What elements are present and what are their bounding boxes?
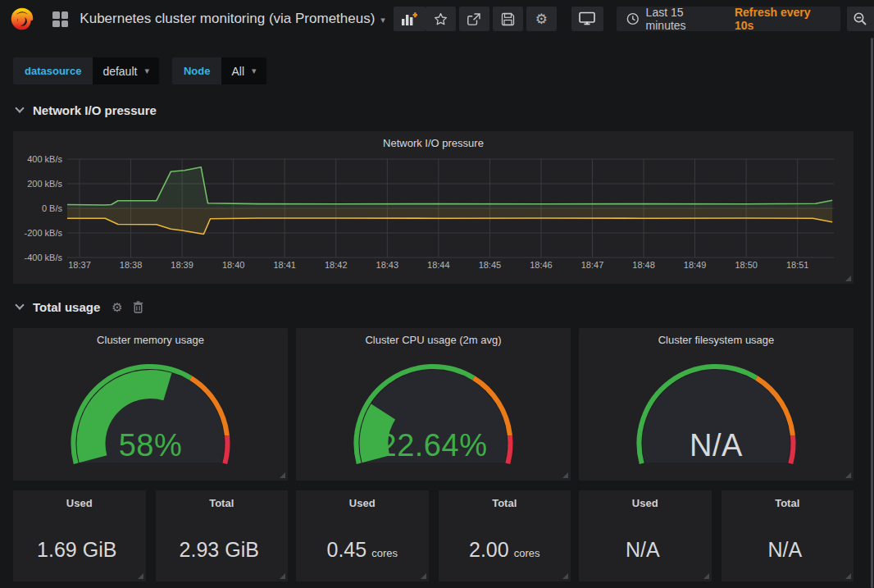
chevron-down-icon xyxy=(15,300,24,309)
panel-resize-handle[interactable] xyxy=(138,573,143,579)
stat-title[interactable]: Used xyxy=(13,490,146,509)
svg-text:200 kB/s: 200 kB/s xyxy=(27,179,62,189)
svg-text:18:50: 18:50 xyxy=(735,260,758,270)
gauge-panels-row: Cluster memory usage 58% Cluster CPU usa… xyxy=(13,328,854,481)
chevron-down-icon xyxy=(15,103,24,112)
stat-value: 2.93 GiB xyxy=(180,538,259,562)
chevron-down-icon: ▾ xyxy=(380,15,385,25)
svg-text:18:38: 18:38 xyxy=(120,260,143,270)
star-button[interactable] xyxy=(426,7,456,31)
chevron-down-icon: ▾ xyxy=(252,66,257,76)
cycle-view-button[interactable] xyxy=(571,7,603,31)
navbar-actions: ⚙ xyxy=(426,7,557,31)
dashboards-grid-icon[interactable] xyxy=(49,7,71,31)
star-icon xyxy=(434,12,448,26)
gauge-panel-cpu: Cluster CPU usage (2m avg) 22.64% xyxy=(296,328,571,481)
grafana-dashboard: Kubernetes cluster monitoring (via Prome… xyxy=(0,0,874,588)
memory-stat-group: Used 1.69 GiB Total 2.93 GiB xyxy=(13,490,288,581)
dashboard-title[interactable]: Kubernetes cluster monitoring (via Prome… xyxy=(80,11,385,27)
row-settings-gear-icon[interactable]: ⚙ xyxy=(112,301,122,313)
svg-text:18:42: 18:42 xyxy=(325,260,348,270)
gauge-value: 22.64% xyxy=(296,428,571,463)
svg-text:18:48: 18:48 xyxy=(632,260,655,270)
panel-resize-handle[interactable] xyxy=(845,472,851,478)
stat-title[interactable]: Used xyxy=(296,490,429,509)
datasource-select[interactable]: default▾ xyxy=(93,57,159,84)
svg-text:18:39: 18:39 xyxy=(171,260,193,270)
stat-panel-filesystem-total: Total N/A xyxy=(722,490,854,581)
panel-title[interactable]: Network I/O pressure xyxy=(13,131,854,149)
gear-icon: ⚙ xyxy=(535,12,548,26)
panel-resize-handle[interactable] xyxy=(845,276,851,281)
panel-title[interactable]: Cluster CPU usage (2m avg) xyxy=(296,328,571,346)
stat-title[interactable]: Total xyxy=(156,490,289,509)
stat-value: N/A xyxy=(767,538,802,562)
share-button[interactable] xyxy=(459,7,489,31)
scrollbar[interactable] xyxy=(871,38,873,588)
gauge-panel-memory: Cluster memory usage 58% xyxy=(13,328,288,481)
stat-panel-memory-total: Total 2.93 GiB xyxy=(156,490,289,581)
row-actions: ⚙ xyxy=(112,301,143,313)
stat-panel-filesystem-used: Used N/A xyxy=(579,490,712,581)
svg-text:-200 kB/s: -200 kB/s xyxy=(25,228,63,238)
svg-text:0 B/s: 0 B/s xyxy=(42,203,63,213)
panel-resize-handle[interactable] xyxy=(421,573,426,579)
panel-resize-handle[interactable] xyxy=(562,573,568,579)
save-button[interactable] xyxy=(493,7,523,31)
row-header-network-io[interactable]: Network I/O pressure xyxy=(16,103,861,117)
variable-datasource: datasource default▾ xyxy=(13,57,159,84)
network-io-line-chart: 18:3718:3818:3918:4018:4118:4218:4318:44… xyxy=(13,131,854,284)
node-label: Node xyxy=(172,57,222,84)
svg-text:-400 kB/s: -400 kB/s xyxy=(25,253,63,262)
stat-panels-row: Used 1.69 GiB Total 2.93 GiB Used 0.45co… xyxy=(13,490,854,581)
panel-title[interactable]: Cluster filesystem usage xyxy=(579,328,854,346)
row-header-total-usage[interactable]: Total usage ⚙ xyxy=(16,299,861,314)
filesystem-stat-group: Used N/A Total N/A xyxy=(579,490,854,581)
dashboard-variables-row: datasource default▾ Node All▾ xyxy=(13,57,861,84)
svg-text:400 kB/s: 400 kB/s xyxy=(27,154,62,164)
refresh-interval-label: Refresh every 10s xyxy=(735,6,831,32)
stat-title[interactable]: Total xyxy=(439,490,571,509)
clock-icon xyxy=(626,12,640,25)
stat-title[interactable]: Used xyxy=(579,490,712,509)
grid-icon xyxy=(52,11,69,28)
panel-resize-handle[interactable] xyxy=(845,573,851,579)
grafana-logo-icon[interactable] xyxy=(10,7,34,31)
panel-resize-handle[interactable] xyxy=(280,472,285,478)
stat-value: N/A xyxy=(626,538,660,562)
svg-text:18:51: 18:51 xyxy=(786,260,809,270)
stat-title[interactable]: Total xyxy=(722,490,854,509)
panel-title[interactable]: Cluster memory usage xyxy=(13,328,288,346)
chevron-down-icon: ▾ xyxy=(144,66,149,76)
gauge-value: N/A xyxy=(579,428,854,463)
stat-panel-cpu-total: Total 2.00cores xyxy=(439,490,571,581)
save-icon xyxy=(501,12,515,26)
settings-button[interactable]: ⚙ xyxy=(526,7,557,31)
svg-text:18:46: 18:46 xyxy=(530,260,553,270)
zoom-out-icon xyxy=(853,11,867,26)
time-picker-button[interactable]: Last 15 minutes Refresh every 10s xyxy=(617,7,840,31)
stat-unit: cores xyxy=(514,547,540,559)
svg-text:18:47: 18:47 xyxy=(581,260,604,270)
node-value: All xyxy=(231,65,244,78)
panel-resize-handle[interactable] xyxy=(703,573,709,579)
panel-resize-handle[interactable] xyxy=(562,472,568,478)
row-title: Network I/O pressure xyxy=(33,103,157,117)
row-title: Total usage xyxy=(33,300,100,314)
stat-value: 1.69 GiB xyxy=(37,538,116,562)
stat-value: 0.45 xyxy=(327,538,367,562)
panel-resize-handle[interactable] xyxy=(280,573,285,579)
network-io-chart-panel: Network I/O pressure 18:3718:3818:3918:4… xyxy=(13,131,854,284)
gauge-value: 58% xyxy=(13,428,288,463)
svg-text:18:44: 18:44 xyxy=(427,260,450,270)
stat-panel-memory-used: Used 1.69 GiB xyxy=(13,490,146,581)
zoom-out-button[interactable] xyxy=(847,7,874,31)
dashboard-title-text: Kubernetes cluster monitoring (via Prome… xyxy=(80,11,375,26)
svg-text:18:45: 18:45 xyxy=(479,260,502,270)
stat-panel-cpu-used: Used 0.45cores xyxy=(296,490,429,581)
stat-value: 2.00 xyxy=(469,538,509,562)
add-panel-button[interactable] xyxy=(394,7,426,31)
node-select[interactable]: All▾ xyxy=(221,57,266,84)
share-icon xyxy=(467,12,481,26)
row-delete-trash-icon[interactable] xyxy=(133,301,143,313)
